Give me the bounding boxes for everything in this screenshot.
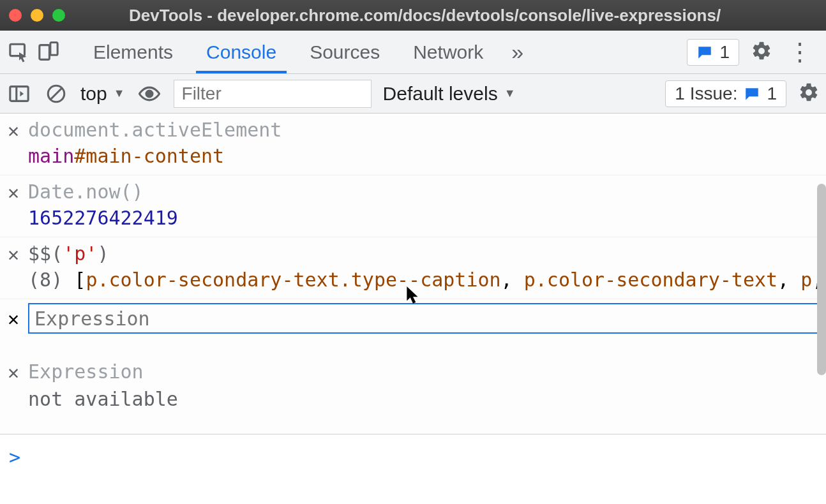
execution-context-selector[interactable]: top ▼ bbox=[80, 83, 125, 105]
minimize-window-button[interactable] bbox=[31, 9, 43, 22]
log-levels-selector[interactable]: Default levels ▼ bbox=[383, 83, 516, 105]
issues-icon bbox=[696, 44, 713, 61]
scrollbar-thumb[interactable] bbox=[817, 184, 826, 375]
live-expression-result[interactable]: (8) [p.color-secondary-text.type--captio… bbox=[28, 269, 818, 291]
console-issues-label: 1 Issue: bbox=[675, 84, 737, 104]
window-title: DevTools - developer.chrome.com/docs/dev… bbox=[129, 6, 721, 26]
issues-count: 1 bbox=[719, 42, 730, 63]
live-expression-row: ✕ $$('p') (8) [p.color-secondary-text.ty… bbox=[0, 237, 826, 299]
console-toolbar: top ▼ Default levels ▼ 1 Issue: 1 bbox=[0, 74, 826, 114]
clear-console-button[interactable] bbox=[43, 81, 69, 107]
filter-input-container[interactable] bbox=[174, 80, 372, 108]
live-expression-result[interactable]: 1652276422419 bbox=[28, 207, 818, 229]
live-expression-result[interactable]: main#main-content bbox=[28, 145, 818, 167]
remove-expression-button[interactable]: ✕ bbox=[8, 245, 19, 264]
filter-input[interactable] bbox=[182, 84, 363, 104]
maximize-window-button[interactable] bbox=[52, 9, 65, 22]
execution-context-label: top bbox=[80, 83, 107, 105]
console-issue-count: 1 bbox=[767, 84, 777, 104]
issues-icon bbox=[744, 85, 760, 102]
live-expression-row: ✕ Expression not available bbox=[0, 355, 826, 418]
more-tabs-button[interactable]: » bbox=[500, 31, 535, 73]
prompt-chevron-icon: > bbox=[9, 446, 20, 468]
svg-rect-2 bbox=[50, 42, 57, 55]
tab-sources[interactable]: Sources bbox=[293, 31, 396, 73]
panel-tabs: Elements Console Sources Network » bbox=[77, 31, 535, 73]
inspect-element-icon[interactable] bbox=[6, 40, 32, 65]
remove-expression-button[interactable]: ✕ bbox=[8, 183, 19, 202]
console-prompt-area[interactable]: > bbox=[0, 434, 826, 504]
live-expression-row: ✕ document.activeElement main#main-conte… bbox=[0, 114, 826, 175]
window-titlebar: DevTools - developer.chrome.com/docs/dev… bbox=[0, 0, 826, 31]
svg-rect-3 bbox=[10, 86, 28, 101]
live-expression-source[interactable]: $$('p') bbox=[28, 242, 818, 265]
main-tabstrip: Elements Console Sources Network » 1 ⋮ bbox=[0, 31, 826, 74]
log-levels-label: Default levels bbox=[383, 83, 498, 105]
dropdown-icon: ▼ bbox=[504, 87, 516, 100]
tab-elements[interactable]: Elements bbox=[77, 31, 190, 73]
svg-rect-0 bbox=[10, 44, 25, 56]
live-expression-source[interactable]: document.activeElement bbox=[28, 119, 818, 141]
live-expression-result: not available bbox=[28, 388, 818, 410]
live-expression-source[interactable]: Expression bbox=[28, 360, 818, 383]
settings-button[interactable] bbox=[751, 40, 772, 64]
console-issues-badge[interactable]: 1 Issue: 1 bbox=[665, 80, 786, 107]
live-expression-row: ✕ Date.now() 1652276422419 bbox=[0, 175, 826, 237]
console-settings-button[interactable] bbox=[798, 82, 820, 106]
remove-expression-button[interactable]: ✕ bbox=[8, 308, 19, 330]
window-controls bbox=[9, 9, 65, 22]
dropdown-icon: ▼ bbox=[114, 87, 125, 100]
device-toolbar-icon[interactable] bbox=[36, 40, 61, 65]
live-expression-button[interactable] bbox=[137, 81, 162, 107]
new-live-expression-input-container[interactable] bbox=[28, 303, 818, 334]
svg-rect-1 bbox=[40, 45, 50, 59]
issues-indicator[interactable]: 1 bbox=[687, 39, 739, 66]
console-sidebar-toggle[interactable] bbox=[6, 81, 32, 107]
live-expressions-area: ✕ document.activeElement main#main-conte… bbox=[0, 114, 826, 434]
svg-line-6 bbox=[51, 88, 62, 99]
tab-network[interactable]: Network bbox=[396, 31, 500, 73]
close-window-button[interactable] bbox=[9, 9, 22, 22]
tab-console[interactable]: Console bbox=[190, 31, 293, 73]
new-live-expression-input[interactable] bbox=[34, 308, 812, 330]
live-expression-row: ✕ bbox=[0, 299, 826, 337]
svg-point-7 bbox=[146, 91, 153, 97]
remove-expression-button[interactable]: ✕ bbox=[8, 121, 19, 140]
more-options-button[interactable]: ⋮ bbox=[784, 40, 816, 64]
live-expression-source[interactable]: Date.now() bbox=[28, 181, 818, 203]
remove-expression-button[interactable]: ✕ bbox=[8, 363, 19, 382]
